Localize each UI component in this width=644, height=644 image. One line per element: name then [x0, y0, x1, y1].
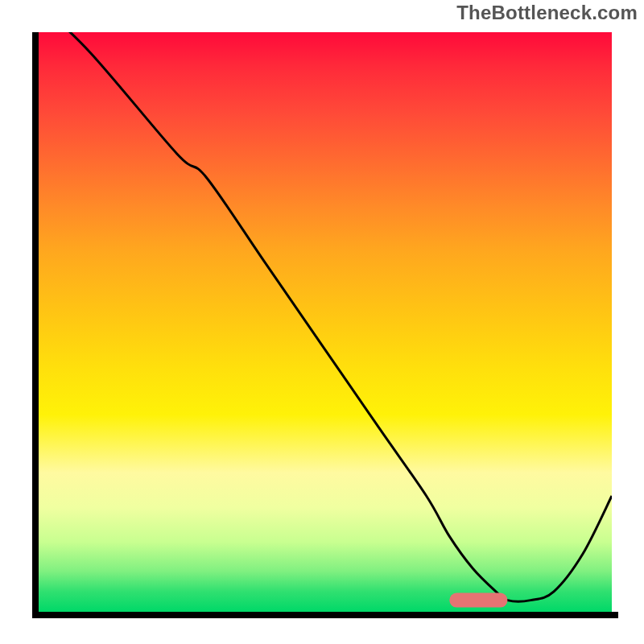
bottleneck-curve	[32, 0, 612, 601]
watermark-text: TheBottleneck.com	[456, 2, 638, 24]
optimal-range-marker	[449, 593, 507, 608]
chart-stage: TheBottleneck.com	[0, 0, 644, 644]
curve-layer	[32, 32, 612, 612]
plot-area	[32, 32, 612, 612]
